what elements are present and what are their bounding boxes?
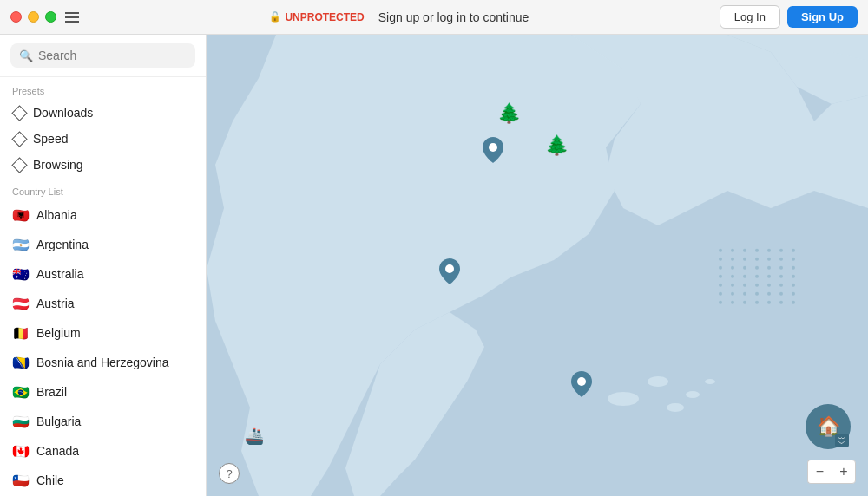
country-item-bosnia[interactable]: 🇧🇦 Bosnia and Herzegovina — [0, 348, 206, 377]
country-label-albania: Albania — [36, 208, 77, 222]
signup-button[interactable]: Sign Up — [787, 6, 858, 28]
country-item-canada[interactable]: 🇨🇦 Canada — [0, 436, 206, 466]
preset-item-browsing[interactable]: Browsing — [0, 152, 206, 178]
home-shield-icon: 🏠 🛡 — [806, 404, 851, 453]
minimize-button[interactable] — [28, 11, 39, 23]
flag-brazil: 🇧🇷 — [12, 383, 30, 401]
flag-bosnia: 🇧🇦 — [12, 354, 30, 371]
flag-bulgaria: 🇧🇬 — [12, 413, 30, 430]
menu-icon[interactable] — [65, 12, 79, 23]
presets-label: Presets — [0, 77, 206, 100]
preset-item-speed[interactable]: Speed — [0, 126, 206, 152]
country-label-belgium: Belgium — [36, 326, 81, 340]
dots-pattern: for(let i=0;i<49;i++) document.currentSc… — [719, 249, 799, 304]
country-label-chile: Chile — [36, 473, 64, 487]
flag-australia: 🇦🇺 — [12, 265, 30, 283]
country-item-chile[interactable]: 🇨🇱 Chile — [0, 466, 206, 495]
svg-point-3 — [608, 392, 639, 406]
preset-label-speed: Speed — [33, 132, 68, 146]
tree-icon-1: 🌲 — [497, 102, 521, 125]
country-item-austria[interactable]: 🇦🇹 Austria — [0, 289, 206, 318]
country-label-bulgaria: Bulgaria — [36, 414, 81, 428]
country-item-bulgaria[interactable]: 🇧🇬 Bulgaria — [0, 407, 206, 436]
lock-icon: 🔓 — [269, 11, 281, 23]
titlebar: 🔓 UNPROTECTED Sign up or log in to conti… — [0, 0, 868, 35]
ship-icon: 🚢 — [245, 427, 264, 446]
country-item-argentina[interactable]: 🇦🇷 Argentina — [0, 230, 206, 259]
titlebar-actions: Log In Sign Up — [720, 5, 858, 29]
tree-icon-2: 🌲 — [545, 134, 569, 157]
diamond-icon — [12, 132, 26, 146]
flag-argentina: 🇦🇷 — [12, 236, 30, 253]
country-label-brazil: Brazil — [36, 385, 67, 399]
preset-label-browsing: Browsing — [33, 158, 83, 172]
country-label-canada: Canada — [36, 444, 79, 458]
zoom-out-button[interactable]: − — [807, 460, 832, 484]
zoom-in-button[interactable]: + — [832, 460, 856, 484]
svg-text:🛡: 🛡 — [838, 436, 846, 446]
traffic-lights — [10, 11, 56, 23]
flag-austria: 🇦🇹 — [12, 295, 30, 312]
svg-point-5 — [667, 403, 684, 412]
country-item-belgium[interactable]: 🇧🇪 Belgium — [0, 318, 206, 348]
country-item-albania[interactable]: 🇦🇱 Albania — [0, 200, 206, 230]
country-list-label: Country List — [0, 178, 206, 200]
sidebar: 🔍 Presets Downloads Speed Browsing Count… — [0, 35, 207, 496]
country-label-australia: Australia — [36, 267, 83, 281]
main-layout: 🔍 Presets Downloads Speed Browsing Count… — [0, 35, 868, 496]
svg-point-6 — [686, 391, 700, 398]
preset-label-downloads: Downloads — [33, 106, 93, 120]
unprotected-label: UNPROTECTED — [285, 11, 364, 23]
zoom-controls: − + — [807, 460, 856, 484]
help-button[interactable]: ? — [219, 463, 240, 484]
unprotected-badge: 🔓 UNPROTECTED — [269, 11, 364, 23]
search-icon: 🔍 — [19, 49, 33, 62]
search-input[interactable] — [38, 49, 187, 62]
titlebar-center: 🔓 UNPROTECTED Sign up or log in to conti… — [79, 10, 720, 24]
flag-albania: 🇦🇱 — [12, 206, 30, 224]
country-label-bosnia: Bosnia and Herzegovina — [36, 356, 169, 369]
map-pin-1[interactable] — [483, 137, 503, 163]
svg-point-11 — [445, 264, 454, 273]
diamond-icon — [12, 158, 26, 172]
svg-point-12 — [577, 377, 586, 386]
country-label-argentina: Argentina — [36, 238, 89, 251]
preset-item-downloads[interactable]: Downloads — [0, 100, 206, 126]
svg-point-10 — [489, 143, 497, 152]
flag-belgium: 🇧🇪 — [12, 324, 30, 342]
map-area[interactable]: 🌲 🌲 🚢 for(let i=0;i<49;i++) document.cur… — [207, 35, 868, 496]
flag-chile: 🇨🇱 — [12, 472, 30, 489]
titlebar-message: Sign up or log in to continue — [378, 10, 529, 24]
country-item-australia[interactable]: 🇦🇺 Australia — [0, 259, 206, 289]
maximize-button[interactable] — [45, 11, 56, 23]
svg-point-7 — [705, 379, 715, 384]
login-button[interactable]: Log In — [720, 5, 780, 29]
svg-point-4 — [648, 376, 668, 387]
diamond-icon — [12, 106, 26, 120]
search-box[interactable]: 🔍 — [10, 43, 195, 68]
country-item-brazil[interactable]: 🇧🇷 Brazil — [0, 377, 206, 407]
map-pin-3[interactable] — [571, 371, 592, 397]
map-pin-2[interactable] — [439, 258, 460, 284]
flag-canada: 🇨🇦 — [12, 442, 30, 460]
search-container: 🔍 — [0, 35, 206, 77]
country-label-austria: Austria — [36, 297, 75, 310]
close-button[interactable] — [10, 11, 22, 23]
